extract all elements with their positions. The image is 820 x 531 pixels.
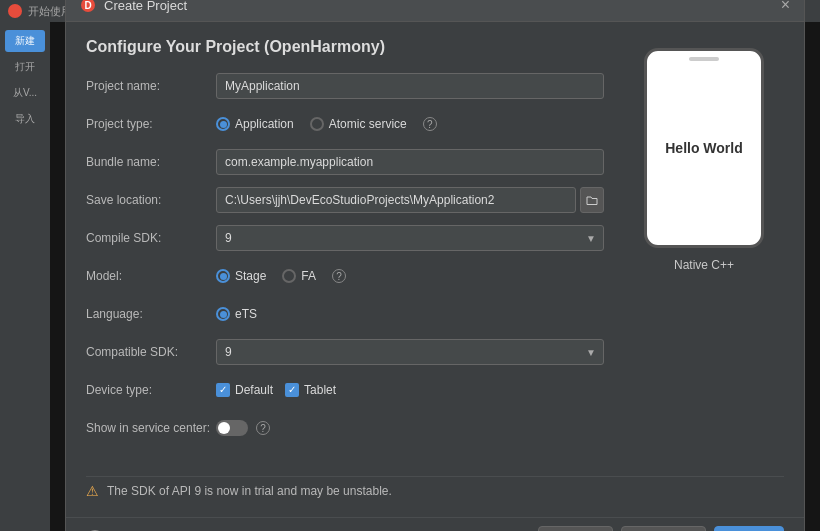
- form-area: Configure Your Project (OpenHarmony) Pro…: [86, 38, 604, 452]
- sidebar-btn-open[interactable]: 打开: [5, 56, 45, 78]
- dialog-footer: ? Cancel Previous Finish: [66, 517, 804, 531]
- radio-atomic-service-circle: [310, 117, 324, 131]
- warning-bar: ⚠ The SDK of API 9 is now in trial and m…: [86, 476, 784, 505]
- compile-sdk-select[interactable]: 9: [216, 225, 604, 251]
- bundle-name-row: Bundle name:: [86, 148, 604, 176]
- service-center-toggle[interactable]: [216, 420, 248, 436]
- compile-sdk-select-wrapper: 9 ▼: [216, 225, 604, 251]
- dialog-close-button[interactable]: ×: [781, 0, 790, 13]
- warning-text: The SDK of API 9 is now in trial and may…: [107, 484, 392, 498]
- compatible-sdk-label: Compatible SDK:: [86, 345, 216, 359]
- radio-stage-circle: [216, 269, 230, 283]
- model-row: Model: Stage FA: [86, 262, 604, 290]
- checkbox-default-box: [216, 383, 230, 397]
- sidebar-btn-import[interactable]: 导入: [5, 108, 45, 130]
- compatible-sdk-select-wrapper: 9 ▼: [216, 339, 604, 365]
- device-type-checkboxes: Default Tablet: [216, 383, 604, 397]
- radio-stage-label: Stage: [235, 269, 266, 283]
- language-row: Language: eTS: [86, 300, 604, 328]
- project-type-control: Application Atomic service ?: [216, 117, 604, 131]
- sidebar-btn-vcs[interactable]: 从V...: [5, 82, 45, 104]
- service-center-help-icon[interactable]: ?: [256, 421, 270, 435]
- project-type-label: Project type:: [86, 117, 216, 131]
- dialog-body: Configure Your Project (OpenHarmony) Pro…: [66, 22, 804, 468]
- radio-stage[interactable]: Stage: [216, 269, 266, 283]
- compatible-sdk-select[interactable]: 9: [216, 339, 604, 365]
- model-control: Stage FA ?: [216, 269, 604, 283]
- project-name-row: Project name:: [86, 72, 604, 100]
- save-location-row: Save location:: [86, 186, 604, 214]
- toggle-knob: [218, 422, 230, 434]
- finish-button[interactable]: Finish: [714, 526, 784, 531]
- save-location-folder-button[interactable]: [580, 187, 604, 213]
- project-type-row: Project type: Application Atomic service: [86, 110, 604, 138]
- radio-ets-label: eTS: [235, 307, 257, 321]
- radio-application-circle: [216, 117, 230, 131]
- service-center-label: Show in service center:: [86, 421, 216, 435]
- save-location-input[interactable]: [216, 187, 576, 213]
- radio-fa[interactable]: FA: [282, 269, 316, 283]
- modal-overlay: D Create Project × Configure Your Projec…: [50, 22, 820, 531]
- project-type-radio-group: Application Atomic service ?: [216, 117, 604, 131]
- checkbox-tablet-label: Tablet: [304, 383, 336, 397]
- radio-atomic-service-label: Atomic service: [329, 117, 407, 131]
- dialog-title-bar: D Create Project ×: [66, 0, 804, 22]
- project-name-control: [216, 73, 604, 99]
- device-type-label: Device type:: [86, 383, 216, 397]
- radio-atomic-service[interactable]: Atomic service: [310, 117, 407, 131]
- model-radio-group: Stage FA ?: [216, 269, 604, 283]
- radio-fa-circle: [282, 269, 296, 283]
- preview-area: Hello World Native C++: [624, 38, 784, 452]
- deveco-dialog-icon: D: [80, 0, 96, 13]
- warning-icon: ⚠: [86, 483, 99, 499]
- model-help-icon[interactable]: ?: [332, 269, 346, 283]
- ide-sidebar: 新建 打开 从V... 导入: [0, 22, 50, 531]
- project-name-input[interactable]: [216, 73, 604, 99]
- ide-app-icon: [8, 4, 22, 18]
- phone-preview: Hello World: [644, 48, 764, 248]
- create-project-dialog: D Create Project × Configure Your Projec…: [65, 0, 805, 531]
- radio-ets-circle: [216, 307, 230, 321]
- previous-button[interactable]: Previous: [621, 526, 706, 531]
- save-location-control: [216, 187, 604, 213]
- language-radio-group: eTS: [216, 307, 604, 321]
- project-type-help-icon[interactable]: ?: [423, 117, 437, 131]
- bundle-name-label: Bundle name:: [86, 155, 216, 169]
- compile-sdk-label: Compile SDK:: [86, 231, 216, 245]
- service-center-control: ?: [216, 420, 604, 436]
- form-heading: Configure Your Project (OpenHarmony): [86, 38, 604, 56]
- radio-application[interactable]: Application: [216, 117, 294, 131]
- radio-application-label: Application: [235, 117, 294, 131]
- language-control: eTS: [216, 307, 604, 321]
- preview-template-label: Native C++: [674, 258, 734, 272]
- save-location-label: Save location:: [86, 193, 216, 207]
- model-label: Model:: [86, 269, 216, 283]
- cancel-button[interactable]: Cancel: [538, 526, 613, 531]
- compatible-sdk-row: Compatible SDK: 9 ▼: [86, 338, 604, 366]
- ide-background: 开始使用DevEco Studio 新建 打开 从V... 导入 D Creat…: [0, 0, 820, 531]
- dialog-title-text: Create Project: [104, 0, 187, 13]
- radio-fa-label: FA: [301, 269, 316, 283]
- hello-world-text: Hello World: [665, 140, 743, 156]
- compatible-sdk-control: 9 ▼: [216, 339, 604, 365]
- checkbox-tablet[interactable]: Tablet: [285, 383, 336, 397]
- svg-text:D: D: [84, 0, 91, 11]
- service-center-row: Show in service center: ?: [86, 414, 604, 442]
- compile-sdk-control: 9 ▼: [216, 225, 604, 251]
- project-name-label: Project name:: [86, 79, 216, 93]
- checkbox-tablet-box: [285, 383, 299, 397]
- bundle-name-input[interactable]: [216, 149, 604, 175]
- bundle-name-control: [216, 149, 604, 175]
- save-location-input-wrapper: [216, 187, 604, 213]
- checkbox-default-label: Default: [235, 383, 273, 397]
- compile-sdk-row: Compile SDK: 9 ▼: [86, 224, 604, 252]
- language-label: Language:: [86, 307, 216, 321]
- sidebar-btn-new[interactable]: 新建: [5, 30, 45, 52]
- radio-ets[interactable]: eTS: [216, 307, 257, 321]
- device-type-control: Default Tablet: [216, 383, 604, 397]
- checkbox-default[interactable]: Default: [216, 383, 273, 397]
- device-type-row: Device type: Default Tablet: [86, 376, 604, 404]
